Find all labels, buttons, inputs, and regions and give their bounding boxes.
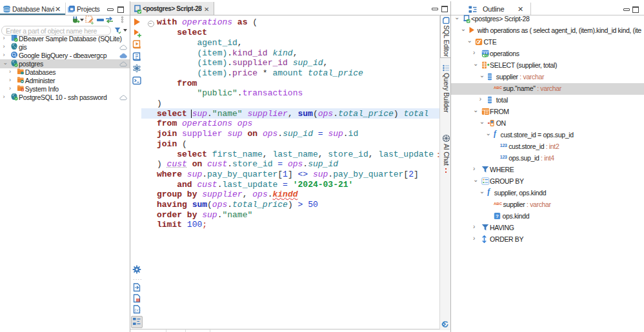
svg-text:?: ? [496, 213, 499, 219]
svg-text:{x}: {x} [134, 308, 141, 313]
